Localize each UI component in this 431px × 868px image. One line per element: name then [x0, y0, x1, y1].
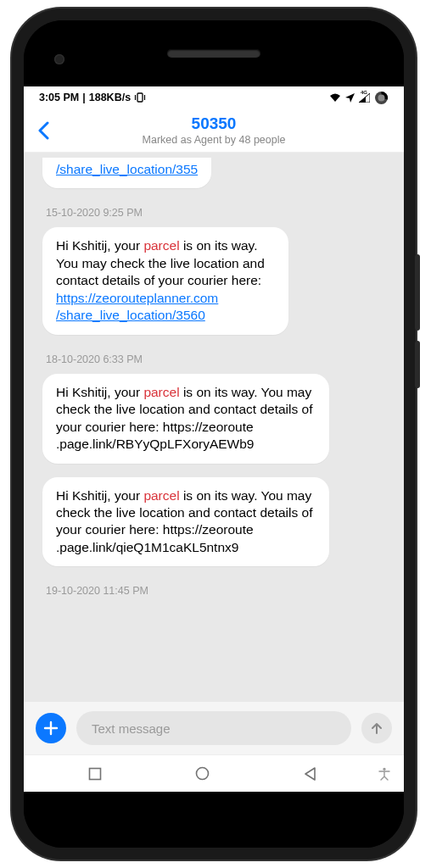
highlight-word: parcel	[143, 488, 179, 503]
status-net-speed: 188KB/s	[89, 92, 131, 103]
svg-point-6	[197, 768, 209, 780]
highlight-word: parcel	[143, 385, 179, 399]
battery-icon	[374, 91, 389, 105]
wifi-icon	[329, 93, 341, 103]
message-text: Hi Kshitij, your	[56, 238, 143, 253]
phone-frame: 3:05 PM | 188KB/s 4G	[12, 8, 416, 860]
plus-icon	[43, 721, 59, 736]
status-bar: 3:05 PM | 188KB/s 4G	[24, 86, 404, 108]
message-link[interactable]: /share_live_location/3560	[56, 308, 205, 322]
message-timestamp: 18-10-2020 6:33 PM	[46, 353, 143, 365]
vibrate-icon	[134, 92, 146, 103]
volume-button	[415, 254, 420, 331]
svg-rect-0	[137, 93, 143, 102]
svg-point-4	[378, 94, 385, 101]
network-type: 4G	[361, 90, 367, 95]
triangle-left-icon	[304, 767, 317, 781]
arrow-up-icon	[370, 721, 383, 735]
message-timestamp: 15-10-2020 9:25 PM	[46, 207, 143, 219]
message-link[interactable]: /share_live_location/355	[56, 162, 198, 176]
speaker-slot	[167, 49, 260, 58]
svg-rect-5	[89, 768, 100, 779]
messages-list[interactable]: /share_live_location/355 15-10-2020 9:25…	[24, 153, 404, 702]
send-button[interactable]	[361, 713, 392, 743]
screen: 3:05 PM | 188KB/s 4G	[24, 86, 404, 792]
input-placeholder: Text message	[92, 721, 171, 736]
message-link[interactable]: https://zeorouteplanner.com	[56, 291, 218, 305]
nav-accessibility[interactable]	[365, 767, 404, 781]
add-button[interactable]	[36, 713, 66, 743]
message-input-bar: Text message	[24, 702, 404, 754]
message-text: Hi Kshitij, your	[56, 385, 143, 399]
highlight-word: parcel	[143, 238, 179, 253]
message-text: Hi Kshitij, your	[56, 488, 143, 503]
top-bezel	[24, 20, 404, 86]
chevron-left-icon	[37, 121, 49, 140]
contact-subtitle: Marked as Agent by 48 people	[63, 134, 365, 146]
message-bubble: Hi Kshitij, your parcel is on its way. Y…	[42, 227, 288, 334]
accessibility-icon	[378, 767, 390, 781]
contact-number[interactable]: 50350	[63, 114, 365, 133]
bottom-bezel	[24, 792, 404, 848]
nav-home[interactable]	[148, 766, 256, 781]
phone-inner: 3:05 PM | 188KB/s 4G	[24, 20, 404, 848]
message-bubble: Hi Kshitij, your parcel is on its way. Y…	[42, 374, 329, 464]
square-icon	[88, 767, 102, 781]
power-button	[415, 341, 420, 388]
back-button[interactable]	[24, 108, 63, 152]
message-bubble: Hi Kshitij, your parcel is on its way. Y…	[42, 477, 329, 567]
status-right: 4G	[329, 91, 389, 105]
message-input[interactable]: Text message	[76, 711, 351, 745]
circle-icon	[195, 766, 210, 781]
chat-header: 50350 Marked as Agent by 48 people	[24, 108, 404, 153]
front-camera	[54, 54, 64, 64]
nav-back[interactable]	[257, 767, 365, 781]
header-center: 50350 Marked as Agent by 48 people	[63, 114, 404, 146]
android-nav-bar	[24, 754, 404, 792]
message-timestamp: 19-10-2020 11:45 PM	[46, 585, 148, 597]
message-bubble: /share_live_location/355	[42, 158, 211, 188]
nav-recents[interactable]	[41, 767, 148, 781]
status-left: 3:05 PM | 188KB/s	[39, 92, 146, 103]
status-divider: |	[82, 92, 86, 103]
signal-icon: 4G	[359, 93, 370, 103]
location-icon	[345, 93, 355, 103]
svg-point-7	[383, 767, 385, 770]
status-time: 3:05 PM	[39, 92, 79, 103]
